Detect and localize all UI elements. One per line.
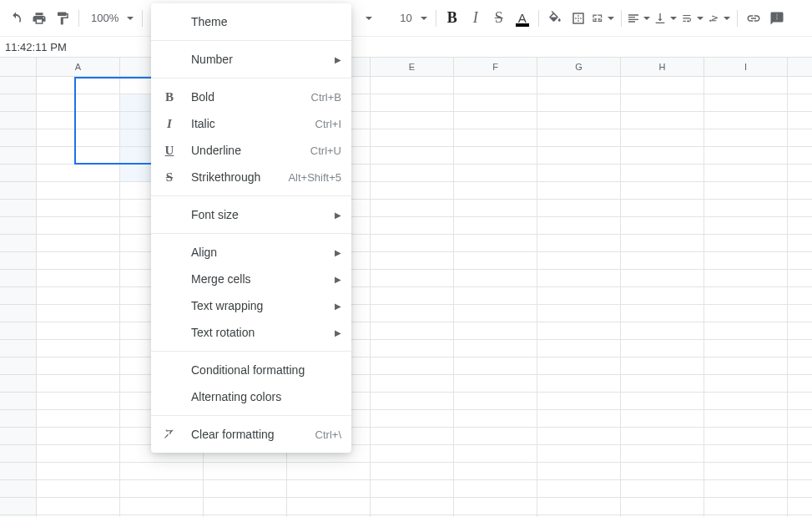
cell[interactable] (704, 340, 788, 357)
cell[interactable] (621, 77, 704, 94)
menu-bold[interactable]: B Bold Ctrl+B (151, 84, 351, 110)
cell[interactable] (621, 235, 704, 252)
cell[interactable] (788, 375, 812, 393)
cell[interactable] (788, 77, 812, 94)
cell[interactable] (788, 94, 812, 112)
cell[interactable] (454, 463, 537, 480)
cell[interactable] (788, 165, 812, 182)
cell[interactable] (454, 147, 537, 165)
cell[interactable] (704, 270, 788, 287)
cell[interactable] (454, 165, 537, 182)
cell[interactable] (704, 252, 788, 270)
cell[interactable] (371, 445, 454, 463)
cell[interactable] (37, 270, 120, 287)
cell[interactable] (704, 112, 788, 129)
cell[interactable] (454, 393, 537, 410)
menu-number[interactable]: Number ▶ (151, 46, 351, 73)
cell[interactable] (454, 445, 537, 463)
menu-font-size[interactable]: Font size ▶ (151, 201, 351, 228)
cell[interactable] (788, 129, 812, 147)
cell[interactable] (537, 498, 621, 515)
menu-text-wrapping[interactable]: Text wrapping ▶ (151, 292, 351, 319)
cell[interactable] (454, 112, 537, 129)
cell[interactable] (621, 340, 704, 357)
borders-button[interactable] (567, 8, 589, 29)
cell[interactable] (704, 445, 788, 463)
cell[interactable] (704, 480, 788, 498)
cell[interactable] (371, 182, 454, 200)
row-header[interactable] (0, 112, 37, 129)
cell[interactable] (37, 112, 120, 129)
cell[interactable] (287, 463, 371, 480)
cell[interactable] (537, 445, 621, 463)
row-header[interactable] (0, 147, 37, 165)
cell[interactable] (621, 410, 704, 428)
cell[interactable] (454, 252, 537, 270)
cell[interactable] (537, 480, 621, 498)
row-header[interactable] (0, 287, 37, 305)
cell[interactable] (537, 428, 621, 445)
cell[interactable] (37, 480, 120, 498)
cell[interactable] (704, 375, 788, 393)
col-header[interactable]: I (704, 58, 788, 76)
row-header[interactable] (0, 182, 37, 200)
cell[interactable] (371, 287, 454, 305)
cell[interactable] (788, 270, 812, 287)
menu-theme[interactable]: Theme (151, 8, 351, 35)
cell[interactable] (120, 463, 204, 480)
row-header[interactable] (0, 235, 37, 252)
row-header[interactable] (0, 129, 37, 147)
row-header[interactable] (0, 428, 37, 445)
cell[interactable] (621, 200, 704, 217)
cell[interactable] (371, 410, 454, 428)
cell[interactable] (704, 182, 788, 200)
cell[interactable] (621, 270, 704, 287)
cell[interactable] (371, 393, 454, 410)
cell[interactable] (537, 287, 621, 305)
cell[interactable] (621, 129, 704, 147)
menu-italic[interactable]: I Italic Ctrl+I (151, 110, 351, 137)
cell[interactable] (37, 498, 120, 515)
cell[interactable] (454, 270, 537, 287)
row-header[interactable] (0, 480, 37, 498)
cell[interactable] (621, 445, 704, 463)
row-header[interactable] (0, 393, 37, 410)
cell[interactable] (621, 375, 704, 393)
cell[interactable] (371, 340, 454, 357)
cell[interactable] (120, 480, 204, 498)
menu-alternating-colors[interactable]: Alternating colors (151, 383, 351, 410)
paint-format-button[interactable] (52, 8, 73, 29)
cell[interactable] (37, 305, 120, 322)
cell[interactable] (704, 410, 788, 428)
row-header[interactable] (0, 375, 37, 393)
cell[interactable] (621, 463, 704, 480)
menu-underline[interactable]: U Underline Ctrl+U (151, 137, 351, 164)
cell[interactable] (537, 165, 621, 182)
fill-color-button[interactable] (544, 8, 566, 29)
cell[interactable] (621, 357, 704, 375)
cell[interactable] (37, 357, 120, 375)
cell[interactable] (704, 428, 788, 445)
cell[interactable] (704, 94, 788, 112)
cell[interactable] (454, 217, 537, 235)
row-header[interactable] (0, 357, 37, 375)
cell[interactable] (621, 165, 704, 182)
col-header[interactable]: H (621, 58, 704, 76)
cell[interactable] (37, 463, 120, 480)
cell[interactable] (537, 200, 621, 217)
cell[interactable] (37, 165, 120, 182)
cell[interactable] (37, 217, 120, 235)
cell[interactable] (454, 287, 537, 305)
cell[interactable] (704, 305, 788, 322)
cell[interactable] (287, 480, 371, 498)
cell[interactable] (704, 463, 788, 480)
cell[interactable] (537, 112, 621, 129)
cell[interactable] (704, 77, 788, 94)
cell[interactable] (621, 182, 704, 200)
cell[interactable] (371, 305, 454, 322)
cell[interactable] (454, 340, 537, 357)
cell[interactable] (454, 94, 537, 112)
cell[interactable] (454, 498, 537, 515)
insert-comment-button[interactable] (766, 8, 788, 29)
cell[interactable] (454, 305, 537, 322)
